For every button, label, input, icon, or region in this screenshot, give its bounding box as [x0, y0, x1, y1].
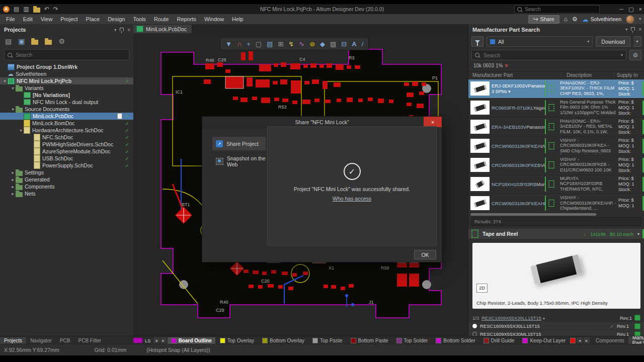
tree-item-bomdoc[interactable]: MiniLock.BomDoc✓ — [0, 120, 133, 127]
tab-pcb[interactable]: PCB — [56, 337, 74, 344]
layer-tab-bottom-overlay[interactable]: Bottom Overlay — [259, 337, 308, 344]
projects-search-input[interactable] — [15, 51, 117, 58]
panel-close-icon[interactable]: × — [638, 27, 641, 32]
part-row[interactable]: RC0603FR-0710KLYageo Res General Purpose… — [468, 99, 644, 118]
tape-and-reel-header[interactable]: Tape and Reel ↓ 141186 $0.10 each ▾ — [468, 229, 644, 239]
minimize-button[interactable]: ─ — [619, 6, 623, 12]
tree-item-nets[interactable]: ▸Nets — [0, 190, 133, 197]
menu-view[interactable]: View — [37, 15, 57, 23]
layer-tab-top-paste[interactable]: Top Paste — [309, 337, 346, 344]
chevron-down-icon[interactable]: ▾ — [637, 232, 639, 236]
tree-item-source-documents[interactable]: ▾Source Documents — [0, 106, 133, 113]
move-icon[interactable]: + — [247, 41, 251, 47]
dialog-close-button[interactable]: × — [424, 117, 442, 127]
tree-item-variant-dual[interactable]: NFC Mini Lock - dual output — [0, 99, 133, 106]
save-project-icon[interactable]: ▤ — [5, 37, 12, 45]
pcb-canvas[interactable]: ▼ ∩ + ▢ ▤ ⊞ ↯ ∿ ⊚ ◆ ▧ ⊟ A / — [133, 33, 468, 338]
tree-item-workspace[interactable]: Project Group 1.DsnWrk — [0, 63, 133, 70]
text-tool-icon[interactable]: A — [352, 41, 356, 47]
tab-projects[interactable]: Projects — [0, 337, 26, 344]
tree-item-no-variations[interactable]: [No Variations] — [0, 92, 133, 99]
menu-place[interactable]: Place — [82, 15, 104, 23]
part-row[interactable]: ERJ-3EKF1002VPanasonic3 SPNs ▾ PANASONIC… — [468, 79, 644, 99]
tree-item-settings[interactable]: ▸Settings — [0, 169, 133, 176]
open-icon[interactable] — [33, 8, 40, 13]
fill-icon[interactable]: ▧ — [330, 41, 336, 47]
mps-search-input[interactable] — [482, 52, 618, 59]
download-caret-button[interactable]: ▾ — [633, 36, 641, 47]
layer-tab-top-solder[interactable]: Top Solder — [393, 337, 432, 344]
panel-menu-icon[interactable]: ▾ — [114, 28, 116, 32]
tab-pcb-filter[interactable]: PCB Filter — [74, 337, 106, 344]
selection-icon[interactable]: ▢ — [256, 41, 262, 47]
menu-design[interactable]: Design — [104, 15, 129, 23]
chevron-up-icon[interactable]: ▴ — [543, 316, 545, 320]
layer-scroll-left-icon[interactable]: ◂ — [153, 337, 159, 343]
home-icon[interactable]: ⌂ — [564, 16, 568, 22]
projects-search-box[interactable] — [4, 49, 129, 60]
filter-icon[interactable]: ▼ — [225, 41, 232, 47]
tree-item-hardware-architecture[interactable]: ▾HardwareArchitecture.SchDoc✓ — [0, 127, 133, 134]
footprint-radio[interactable] — [472, 324, 477, 328]
layer-tab-bottom-paste[interactable]: Bottom Paste — [347, 337, 392, 344]
tree-item-generated[interactable]: ▸Generated — [0, 176, 133, 183]
download-button[interactable]: Download — [596, 36, 630, 47]
snap-magnet-icon[interactable]: ∩ — [237, 41, 242, 47]
tree-item-account[interactable]: ☁Solvethirteen — [0, 70, 133, 77]
tree-item-nfc-schdoc[interactable]: NFC.SchDoc✓ — [0, 134, 133, 141]
account-caret-icon[interactable]: ▾ — [639, 17, 641, 21]
share-button[interactable]: ↪Share — [528, 15, 559, 24]
tree-item-usb-schdoc[interactable]: USB.SchDoc✓ — [0, 155, 133, 162]
part-row[interactable]: NCP18XH103F03RBMurata MURATA NCP18XH103F… — [468, 175, 644, 194]
dialog-tab-share-project[interactable]: ↗ Share Project — [212, 137, 266, 150]
menu-window[interactable]: Window — [200, 15, 228, 23]
menu-route[interactable]: Route — [150, 15, 173, 23]
panel-close-icon[interactable]: × — [127, 27, 130, 33]
pin-icon[interactable] — [631, 27, 635, 31]
save-icon[interactable]: ▤ — [14, 6, 19, 12]
tree-item-components[interactable]: ▸Components — [0, 183, 133, 190]
global-search-box[interactable] — [514, 5, 600, 14]
avatar[interactable] — [626, 15, 634, 24]
part-row[interactable]: CRCW060310K0FKEBVishay VISHAY - CRCW0603… — [468, 156, 644, 175]
expand-arrow-icon[interactable]: ▸ — [10, 170, 16, 175]
panel-menu-icon[interactable]: ▾ — [625, 27, 627, 32]
column-manufacturer-part[interactable]: Manufacturer Part — [468, 72, 561, 78]
menu-file[interactable]: File — [2, 15, 19, 23]
layer-tab-bottom-solder[interactable]: Bottom Solder — [432, 337, 478, 344]
tune-length-icon[interactable]: ∿ — [299, 41, 304, 47]
expand-arrow-icon[interactable]: ▾ — [18, 128, 24, 133]
tree-item-powersupply-schdoc[interactable]: PowerSupply.SchDoc✓ — [0, 162, 133, 169]
search-settings-button[interactable]: ⚙ — [629, 50, 641, 60]
expand-arrow-icon[interactable]: ▾ — [10, 86, 16, 90]
mps-search-box[interactable]: ▾ — [471, 50, 626, 60]
expand-arrow-icon[interactable]: ▾ — [2, 79, 8, 83]
panel-settings-gear-icon[interactable]: ⚙ — [58, 37, 65, 45]
document-tab[interactable]: MiniLock.PcbDoc — [133, 25, 192, 33]
redo-icon[interactable]: ↷ — [53, 6, 58, 12]
tree-item-variants[interactable]: ▾Variants — [0, 84, 133, 92]
project-options-folder-icon[interactable] — [45, 40, 52, 45]
menu-help[interactable]: Help — [228, 15, 248, 23]
ok-button[interactable]: OK — [414, 250, 436, 259]
board-insight-icon[interactable]: ▤ — [267, 41, 273, 47]
expand-arrow-icon[interactable]: ▸ — [10, 177, 16, 182]
tree-item-azure-schdoc[interactable]: AzureSphereModule.SchDoc✓ — [0, 148, 133, 155]
polygon-pour-icon[interactable]: ◆ — [320, 41, 325, 47]
settings-gear-icon[interactable]: ⚙ — [572, 16, 578, 22]
open-project-icon[interactable] — [31, 40, 38, 45]
tab-manufacturer-part-search[interactable]: Manufacturer Part Search — [628, 336, 644, 344]
layer-tab-top-overlay[interactable]: Top Overlay — [216, 337, 258, 344]
undo-icon[interactable]: ↶ — [44, 6, 49, 12]
layer-scroll-right-icon[interactable]: ▸ — [160, 337, 167, 343]
close-button[interactable]: × — [639, 6, 642, 12]
pad-grid-icon[interactable]: ⊞ — [278, 41, 283, 47]
tree-item-project[interactable]: ▾NFC Mini Lock.PrjPcb✓ — [0, 77, 133, 84]
expand-arrow-icon[interactable]: ▾ — [10, 107, 16, 112]
spn-count[interactable]: 3 SPNs ▾ — [492, 89, 511, 94]
expand-arrow-icon[interactable]: ▸ — [10, 185, 16, 189]
global-search-input[interactable] — [524, 6, 586, 13]
interactive-route-icon[interactable]: ↯ — [288, 41, 294, 47]
column-supply-info[interactable]: Supply In — [614, 72, 644, 78]
menu-reports[interactable]: Reports — [173, 15, 200, 23]
